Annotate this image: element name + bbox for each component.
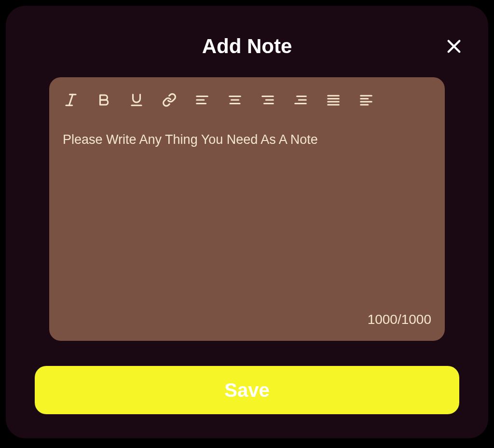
- align-justify-button[interactable]: [325, 92, 342, 108]
- save-button[interactable]: Save: [35, 366, 459, 414]
- align-left-icon: [195, 93, 209, 107]
- note-input[interactable]: [63, 132, 431, 312]
- close-icon: [446, 38, 462, 55]
- underline-button[interactable]: [128, 92, 145, 108]
- modal-header: Add Note: [30, 35, 464, 58]
- align-center-button[interactable]: [227, 92, 243, 108]
- link-icon: [162, 93, 177, 107]
- align-justify-right-button[interactable]: [292, 92, 309, 108]
- align-right-icon: [261, 93, 275, 107]
- align-left-button[interactable]: [194, 92, 210, 108]
- toolbar: [63, 92, 431, 108]
- align-left-alt-button[interactable]: [358, 92, 374, 108]
- editor-container: 1000/1000: [49, 77, 445, 341]
- align-justify-right-icon: [293, 93, 308, 107]
- char-counter: 1000/1000: [63, 312, 431, 327]
- modal-title: Add Note: [30, 35, 464, 58]
- align-left-alt-icon: [359, 93, 373, 107]
- link-button[interactable]: [161, 92, 178, 108]
- add-note-modal: Add Note: [6, 6, 488, 438]
- align-center-icon: [228, 93, 242, 107]
- align-justify-icon: [326, 93, 341, 107]
- align-right-button[interactable]: [260, 92, 276, 108]
- close-button[interactable]: [444, 36, 464, 56]
- italic-button[interactable]: [63, 92, 79, 108]
- italic-icon: [64, 93, 78, 107]
- bold-button[interactable]: [96, 92, 112, 108]
- underline-icon: [129, 93, 144, 107]
- bold-icon: [96, 93, 111, 107]
- svg-line-4: [69, 95, 73, 106]
